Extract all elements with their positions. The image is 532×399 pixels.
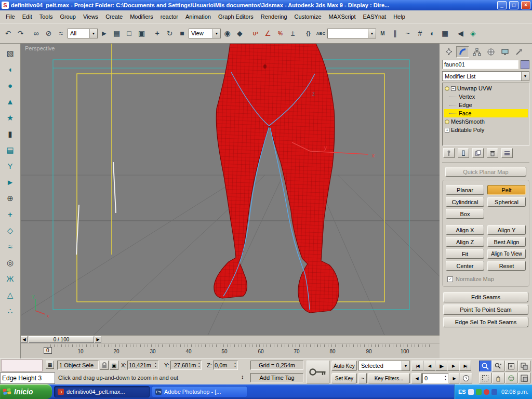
show-end-result-icon[interactable] (458, 148, 469, 158)
frame-number-field[interactable]: 0 ▲▼ (422, 373, 448, 383)
stack-item-editable-poly[interactable]: + Editable Poly (444, 126, 528, 134)
modifier-list-combo[interactable]: Modifier List ▼ (442, 71, 529, 81)
next-key-button[interactable]: ▶ (449, 373, 459, 383)
unlink-icon[interactable]: ⊘ (43, 27, 55, 40)
align-to-view-button[interactable]: Align To View (487, 249, 526, 259)
star-icon[interactable]: ★ (4, 111, 17, 124)
tray-icon[interactable] (484, 389, 489, 395)
track-bar-mini-icon[interactable]: ▦ (46, 361, 54, 369)
edit-named-sets-icon[interactable]: {} (302, 27, 314, 40)
maximize-viewport-toggle-button[interactable] (518, 373, 530, 383)
menu-graph-editors[interactable]: Graph Editors (215, 12, 257, 21)
chevron-down-icon[interactable]: ▼ (521, 72, 529, 81)
pelt-button[interactable]: Pelt (487, 185, 526, 195)
spinner-icon[interactable]: ▲▼ (233, 362, 237, 369)
stack-item-edge[interactable]: Edge (444, 101, 528, 109)
menu-views[interactable]: Views (79, 12, 102, 21)
edit-seams-button[interactable]: Edit Seams (443, 292, 528, 302)
selection-region-icon[interactable]: □ (123, 27, 135, 40)
curve-editor-icon[interactable]: ~ (402, 27, 414, 40)
bones-icon[interactable]: Y (4, 159, 17, 172)
menu-customize[interactable]: Customize (291, 12, 325, 21)
zoom-all-button[interactable] (492, 361, 504, 371)
point-to-point-seam-button[interactable]: Point To Point Seam (443, 304, 528, 315)
menu-animation[interactable]: Animation (182, 12, 215, 21)
move-icon[interactable]: + (151, 27, 163, 40)
stack-item-face[interactable]: Face (444, 109, 528, 117)
stack-item-meshsmooth[interactable]: MeshSmooth (444, 117, 528, 126)
material-editor-icon[interactable]: ◐ (427, 27, 438, 40)
language-indicator[interactable]: ES (458, 389, 466, 395)
track-left-arrow[interactable]: ◀ (21, 336, 28, 343)
axis-constraint-icon[interactable]: ◈ (467, 27, 479, 40)
menu-modifiers[interactable]: Modifiers (126, 12, 157, 21)
time-ruler[interactable]: 0 10 20 30 40 50 60 70 80 90 100 (21, 343, 440, 358)
angle-snap-icon[interactable]: ∠ (262, 27, 274, 40)
selection-filter-combo[interactable]: All ▼ (68, 29, 98, 38)
ring-gear-icon[interactable]: ⊕ (4, 192, 17, 205)
object-color-swatch[interactable] (521, 60, 529, 69)
viewport-canvas[interactable]: x y z x y (21, 44, 440, 335)
zoom-extents-button[interactable] (505, 361, 517, 371)
sphere-icon[interactable]: ● (4, 79, 17, 92)
snaps-toggle-icon[interactable]: ∪³ (249, 27, 261, 40)
window-crossing-icon[interactable]: ▣ (136, 27, 148, 40)
spinner-snap-icon[interactable]: ± (287, 27, 299, 40)
select-link-icon[interactable]: ∞ (30, 27, 42, 40)
zoom-extents-all-button[interactable] (518, 361, 530, 371)
remove-modifier-icon[interactable] (487, 148, 498, 158)
menu-reactor[interactable]: reactor (157, 12, 182, 21)
schematic-view-icon[interactable]: # (414, 27, 426, 40)
lightbulb-icon[interactable] (445, 119, 449, 124)
previous-frame-button[interactable]: ◀ (423, 361, 435, 371)
best-align-button[interactable]: Best Align (487, 237, 526, 247)
time-slider[interactable]: 0 / 100 (29, 336, 94, 343)
go-to-end-button[interactable]: ▶| (459, 361, 471, 371)
auto-key-button[interactable]: Auto Key (331, 361, 357, 371)
scale-icon[interactable]: ■ (176, 27, 188, 40)
make-unique-icon[interactable] (472, 148, 484, 158)
stack-item-unwrap-uvw[interactable]: − Unwrap UVW (444, 84, 528, 92)
start-button[interactable]: Inicio (0, 384, 52, 399)
spinner-icon[interactable]: ▲▼ (153, 362, 158, 369)
x-coordinate-field[interactable]: 10,421m ▲▼ (127, 361, 158, 370)
cylindrical-button[interactable]: Cylindrical (446, 197, 484, 207)
close-button[interactable]: × (521, 1, 530, 9)
arc-rotate-button[interactable] (505, 373, 517, 383)
lightbulb-icon[interactable] (445, 86, 449, 91)
bind-spacewarp-icon[interactable]: ≈ (55, 27, 67, 40)
teapot-icon[interactable]: ◖ (4, 63, 17, 76)
modify-tab[interactable] (456, 46, 469, 58)
hierarchy-tab[interactable] (470, 46, 483, 58)
spinner-icon[interactable]: ▲▼ (197, 362, 201, 369)
menu-rendering[interactable]: Rendering (257, 12, 291, 21)
box-button[interactable]: Box (446, 209, 484, 219)
key-mode-combo[interactable]: Selected ▼ (358, 361, 410, 371)
motion-tab[interactable] (484, 46, 497, 58)
selection-lock-icon[interactable] (100, 361, 109, 370)
pin-stack-icon[interactable] (443, 148, 455, 158)
footsteps-icon[interactable]: ∴ (4, 304, 17, 317)
coord-system-combo[interactable]: View ▼ (189, 29, 221, 38)
rotate-icon[interactable]: ↻ (164, 27, 176, 40)
minimize-button[interactable]: _ (497, 1, 507, 9)
z-coordinate-field[interactable]: 0,0m ▲▼ (213, 361, 238, 370)
chevron-down-icon[interactable]: ▼ (368, 29, 376, 38)
center-button[interactable]: Center (446, 261, 484, 271)
terrain-icon[interactable]: △ (4, 288, 17, 301)
cross-tool-icon[interactable]: + (4, 208, 17, 221)
tangent-type-icon[interactable]: ~ (358, 373, 367, 383)
set-key-button[interactable]: Set Key (331, 373, 357, 383)
add-time-tag[interactable]: Add Time Tag (250, 373, 303, 382)
go-to-start-button[interactable]: |◀ (411, 361, 423, 371)
menu-create[interactable]: Create (102, 12, 126, 21)
normalize-map-checkbox[interactable]: ✓ (447, 276, 453, 282)
key-filters-button[interactable]: Key Filters... (368, 373, 410, 383)
undo-icon[interactable]: ↶ (2, 27, 14, 40)
expand-icon[interactable]: + (445, 128, 449, 132)
align-icon[interactable]: ∥ (389, 27, 401, 40)
reset-button[interactable]: Reset (487, 261, 526, 271)
collapse-icon[interactable]: − (451, 86, 456, 91)
absolute-offset-toggle-icon[interactable]: ▣ (110, 361, 118, 370)
tray-icon[interactable] (468, 389, 474, 395)
